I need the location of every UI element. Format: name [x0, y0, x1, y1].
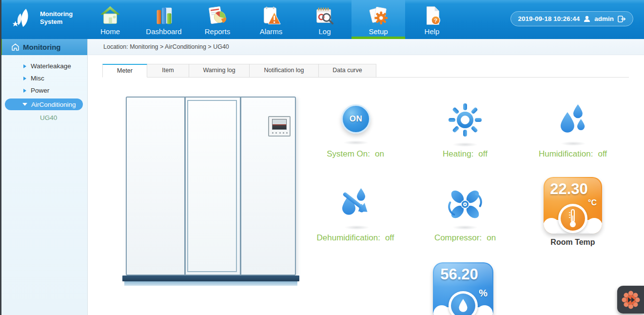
tab-data-curve[interactable]: Data curve	[319, 64, 376, 78]
alarm-warning-icon	[260, 4, 282, 27]
ac-control-panel	[268, 116, 291, 137]
icon-shadow	[343, 140, 369, 145]
house-icon	[12, 43, 19, 51]
user-icon	[583, 15, 591, 23]
nav-item-label: Reports	[205, 27, 231, 36]
nav-item-alarms[interactable]: Alarms	[244, 0, 298, 39]
power-on-button-icon: ON	[341, 104, 371, 134]
nav-item-log[interactable]: Log	[298, 0, 351, 39]
icon-shadow	[452, 142, 478, 147]
app-logo: Monitoring System	[11, 7, 73, 29]
ac-middle-panel	[187, 100, 237, 272]
status-value: on	[487, 233, 496, 242]
nav-item-label: Alarms	[260, 27, 283, 36]
logo-leaf-star-icon	[11, 7, 36, 29]
sidebar-item-label: Misc	[31, 75, 44, 82]
session-username: admin	[594, 15, 614, 22]
tab-warning-log[interactable]: Warning log	[189, 64, 250, 78]
nav-item-setup[interactable]: Setup	[351, 0, 405, 39]
ac-cabinet	[126, 97, 296, 276]
collapsed-arrow-icon	[23, 64, 26, 68]
nav-item-label: Setup	[369, 27, 388, 36]
humidity-badge: 56.20 %	[433, 262, 493, 315]
log-calendar-icon	[314, 4, 335, 27]
status-name: Compressor:	[434, 233, 482, 242]
room-temp-label: Room Temp	[524, 238, 622, 247]
sidebar-header-monitoring[interactable]: Monitoring	[0, 39, 87, 55]
humidity-value: 56.20	[433, 266, 493, 283]
status-compressor: Compressor:on	[397, 233, 533, 243]
nav-item-label: Home	[100, 27, 120, 36]
collapsed-arrow-icon	[23, 77, 26, 80]
room-temp-value: 22.30	[544, 180, 602, 198]
status-value: off	[598, 149, 607, 158]
thermometer-gauge	[558, 204, 587, 233]
nav-item-help[interactable]: ? Help	[405, 0, 459, 39]
icon-shadow	[561, 141, 586, 146]
breadcrumb-bar: Location: Monitoring > AirConditioning >…	[88, 39, 644, 55]
screen-left-edge	[0, 0, 1, 315]
sidebar-item-label: Waterleakage	[31, 62, 71, 70]
session-datetime: 2019-09-18 10:26:44	[518, 15, 580, 22]
sidebar-item-waterleakage[interactable]: Waterleakage	[0, 60, 87, 72]
dehumidification-icon	[336, 184, 375, 223]
main-nav: Home Dashboard	[83, 0, 459, 39]
sidebar-item-label: AirConditioning	[31, 101, 76, 108]
power-on-label: ON	[350, 114, 363, 124]
humidity-gauge	[449, 291, 478, 315]
sidebar-title: Monitoring	[23, 43, 60, 51]
tab-item[interactable]: Item	[147, 64, 189, 78]
ac-panel-divider	[184, 98, 186, 275]
status-value: off	[385, 233, 394, 242]
sidebar-item-airconditioning[interactable]: AirConditioning	[5, 98, 83, 110]
status-name: Dehumidification:	[317, 233, 380, 242]
sidebar-item-label: UG40	[40, 114, 57, 121]
status-value: off	[478, 149, 488, 158]
nav-item-label: Help	[425, 27, 440, 36]
pie-report-icon	[207, 4, 228, 27]
thermometer-icon	[567, 209, 579, 228]
bar-chart-icon	[153, 4, 175, 27]
ac-base-light	[124, 281, 297, 286]
ac-display-screen	[272, 119, 287, 130]
sidebar-item-power[interactable]: Power	[0, 84, 87, 97]
monitoring-app-window: Monitoring System Home	[0, 0, 644, 315]
top-navigation-bar: Monitoring System Home	[0, 0, 644, 39]
app-title: Monitoring System	[40, 10, 73, 26]
help-icon: ?	[421, 4, 443, 27]
screen-recorder-widget[interactable]	[617, 286, 644, 314]
water-drops-icon	[555, 101, 592, 138]
ac-panel-divider	[240, 98, 241, 275]
ac-buttons	[272, 132, 288, 134]
status-name: Heating:	[443, 149, 473, 158]
air-conditioner-illustration	[126, 97, 296, 287]
sidebar-tree: Waterleakage Misc Power AirConditioning …	[0, 55, 87, 124]
icon-shadow	[344, 225, 370, 230]
status-name: System On:	[327, 149, 370, 158]
room-temp-unit: °C	[588, 198, 597, 207]
session-info: 2019-09-18 10:26:44 admin	[510, 11, 633, 26]
ac-base-dark	[122, 276, 299, 281]
tab-bar: Meter Item Warning log Notification log …	[102, 64, 376, 78]
nav-item-reports[interactable]: Reports	[191, 0, 244, 39]
nav-item-dashboard[interactable]: Dashboard	[137, 0, 191, 39]
icon-shadow	[452, 225, 478, 230]
nav-item-label: Dashboard	[146, 27, 181, 36]
home-icon	[99, 4, 121, 27]
collapsed-arrow-icon	[23, 89, 26, 93]
tab-notification-log[interactable]: Notification log	[250, 64, 319, 78]
compressor-fan-icon	[446, 185, 484, 223]
breadcrumb: Location: Monitoring > AirConditioning >…	[103, 43, 229, 50]
status-humidification: Humidification:off	[505, 149, 641, 159]
sidebar-item-misc[interactable]: Misc	[0, 72, 87, 84]
nav-item-home[interactable]: Home	[83, 0, 137, 39]
tab-meter[interactable]: Meter	[102, 64, 147, 78]
recorder-flower-icon	[621, 290, 641, 310]
humidity-unit: %	[479, 288, 488, 299]
status-name: Humidification:	[539, 149, 593, 158]
logout-icon[interactable]	[617, 15, 626, 23]
nav-item-label: Log	[318, 27, 331, 36]
setup-gear-icon	[368, 4, 389, 27]
sidebar-item-ug40[interactable]: UG40	[0, 111, 87, 124]
drop-icon	[457, 298, 469, 314]
